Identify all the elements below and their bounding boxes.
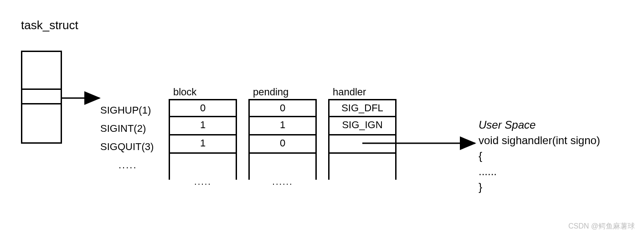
block-cell: 0 [169, 99, 237, 117]
struct-cell-pointer [21, 90, 62, 104]
signal-ellipsis: ..... [100, 156, 154, 174]
signal-row-labels: SIGHUP(1) SIGINT(2) SIGQUIT(3) ..... [100, 101, 154, 174]
block-header: block [173, 86, 196, 98]
handler-cell: SIG_DFL [328, 99, 397, 117]
handler-table: handler SIG_DFL SIG_IGN [328, 99, 397, 154]
struct-cell-bottom [21, 104, 62, 144]
signal-label: SIGHUP(1) [100, 101, 154, 120]
userspace-code-line: ...... [479, 164, 600, 179]
pending-table: pending 0 1 0 ...... [248, 99, 317, 154]
handler-cell: SIG_IGN [328, 117, 397, 135]
pending-cell: 0 [248, 135, 317, 154]
userspace-code-line: { [479, 148, 600, 164]
block-table: block 0 1 1 ..... [169, 99, 237, 154]
struct-cell-top [21, 51, 62, 90]
signal-label: SIGINT(2) [100, 120, 154, 138]
block-cell: 1 [169, 135, 237, 154]
block-ellipsis: ..... [194, 177, 211, 187]
pending-ellipsis: ...... [272, 177, 293, 187]
pending-cell: 0 [248, 99, 317, 117]
block-cell: 1 [169, 117, 237, 135]
userspace-title: User Space [479, 117, 600, 133]
handler-header: handler [333, 86, 366, 98]
userspace-code-line: } [479, 179, 600, 195]
pending-cell: 1 [248, 117, 317, 135]
watermark: CSDN @鳄鱼麻薯球 [568, 222, 635, 231]
signal-label: SIGQUIT(3) [100, 138, 154, 156]
handler-cell [328, 135, 397, 154]
pending-header: pending [253, 86, 289, 98]
diagram-title: task_struct [21, 18, 78, 32]
task-struct-box [21, 51, 62, 144]
userspace-code-line: void sighandler(int signo) [479, 133, 600, 148]
user-space-block: User Space void sighandler(int signo) { … [479, 117, 600, 195]
